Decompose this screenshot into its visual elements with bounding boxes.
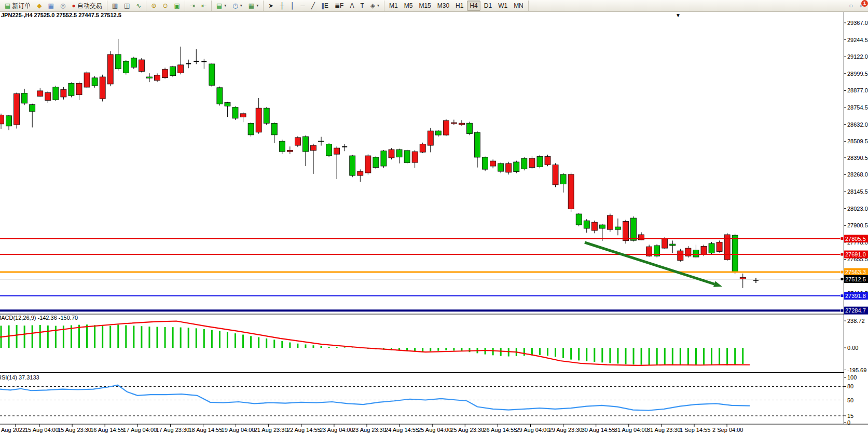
candle-body (240, 114, 246, 117)
text-icon: A (350, 2, 354, 9)
line-chart-button[interactable]: ∿ (133, 1, 144, 10)
rsi-line (0, 385, 750, 411)
candle-body (350, 156, 355, 175)
trade-button-group: ▤新订单◆▦◎●自动交易 (0, 1, 107, 11)
candle-body (326, 144, 332, 156)
candles-chart-button[interactable]: ◫ (121, 1, 132, 10)
vline-button[interactable]: │ (288, 1, 297, 10)
indicators-button[interactable]: ▤▾ (214, 1, 229, 11)
channel-icon: ∥E (321, 2, 328, 9)
time-axis-label: 22 Aug 14:55 (287, 427, 321, 433)
candle-body (490, 161, 496, 166)
timeframe-button-d1[interactable]: D1 (481, 1, 494, 11)
price-badge-pointer (841, 237, 844, 240)
price-badge-label: 27563.3 (845, 269, 866, 275)
autotrading-icon: ● (72, 2, 75, 9)
candle-body (389, 150, 394, 158)
fibonacci-icon: ≣F (335, 2, 343, 9)
hline-button[interactable]: ─ (298, 1, 308, 10)
timeframe-button-m1[interactable]: M1 (387, 1, 401, 11)
cursor-button[interactable]: ➤ (266, 1, 276, 10)
navigator-button[interactable]: ◎ (58, 1, 68, 10)
market-watch-button[interactable]: ◆ (34, 1, 44, 10)
new-order-button[interactable]: ▤新订单 (2, 1, 33, 11)
shapes-icon: ◈ (370, 2, 375, 9)
candle-body (92, 78, 98, 86)
price-axis-label: 29367.0 (847, 20, 868, 26)
label-icon: T (360, 2, 364, 9)
timeframe-group: M1M5M15M30H1H4D1W1MN (384, 1, 529, 11)
navigator-icon: ◎ (60, 2, 65, 9)
text-button[interactable]: A (347, 1, 356, 10)
autotrading-button[interactable]: ●自动交易 (69, 1, 104, 11)
time-axis-label: Aug 2022 (1, 427, 25, 433)
label-button[interactable]: T (357, 1, 366, 10)
candle-body (404, 151, 410, 162)
timeframe-button-h1[interactable]: H1 (453, 1, 466, 11)
zoom-group: ⊕⊖▣ (146, 1, 185, 11)
chat-button[interactable]: ◗1 (857, 1, 865, 11)
chart-shift-button[interactable]: ⇤ (199, 1, 209, 10)
timeframe-button-m15[interactable]: M15 (416, 1, 433, 11)
candle-body (14, 93, 20, 125)
autoscroll-button[interactable]: ⇥ (187, 1, 198, 10)
cursor-icon: ➤ (268, 2, 273, 9)
timeframe-button-mn[interactable]: MN (511, 1, 526, 11)
time-axis-label: 29 Aug 23:30 (549, 427, 583, 433)
trendline-button[interactable]: ╱ (309, 1, 318, 10)
templates-button[interactable]: ▦▾ (246, 1, 261, 11)
price-badge-label: 27512.5 (845, 276, 866, 282)
tile-windows-button[interactable]: ▣ (172, 1, 183, 10)
price-axis-label: 28509.5 (847, 138, 868, 144)
rsi-axis-label: 100 (847, 374, 857, 381)
price-axis-label: 28999.5 (847, 71, 868, 77)
candle-body (22, 93, 27, 103)
time-axis-label: 29 Aug 04:00 (516, 427, 550, 433)
candle-body (68, 83, 74, 96)
zoom-in-button[interactable]: ⊕ (148, 1, 159, 10)
scroll-position-marker[interactable]: ▼ (676, 12, 681, 18)
candle-body (45, 92, 51, 100)
macd-axis-label: 0.00 (847, 345, 858, 351)
data-window-button[interactable]: ▦ (46, 1, 57, 10)
candle-body (100, 77, 105, 99)
candle-body (435, 131, 441, 135)
time-axis-label: 25 Aug 23:30 (450, 427, 484, 433)
candle-body (279, 141, 285, 152)
notification-badge: 1 (861, 0, 868, 7)
autotrading-button-label: 自动交易 (77, 2, 102, 10)
candle-body (459, 123, 464, 125)
rsi-axis-label: 80 (847, 383, 853, 389)
zoom-out-button[interactable]: ⊖ (160, 1, 170, 10)
time-axis-label: 18 Aug 14:55 (189, 427, 223, 433)
bars-chart-icon: ▥ (112, 2, 118, 9)
price-axis-label: 27900.5 (847, 222, 868, 228)
timeframe-button-h4[interactable]: H4 (467, 1, 480, 11)
crosshair-icon: ┼ (280, 2, 284, 9)
trend-arrow-head[interactable] (713, 281, 722, 287)
macd-signal-line (0, 321, 750, 365)
shapes-button[interactable]: ◈▾ (368, 1, 382, 11)
candle-body (0, 115, 4, 124)
timeframe-button-m5[interactable]: M5 (402, 1, 416, 11)
timeframe-button-m30[interactable]: M30 (435, 1, 452, 11)
timeframe-button-w1[interactable]: W1 (495, 1, 510, 11)
fibonacci-button[interactable]: ≣F (332, 1, 346, 10)
zoom-out-icon: ⊖ (162, 2, 168, 9)
bars-chart-button[interactable]: ▥ (109, 1, 120, 10)
time-axis-label: 16 Aug 14:55 (90, 427, 124, 433)
price-badge-pointer (841, 253, 844, 256)
search-button[interactable]: ○ (847, 1, 856, 10)
crosshair-button[interactable]: ┼ (277, 1, 287, 10)
candle-body (311, 145, 316, 151)
toolbar-right-group: ○◗1 (846, 0, 866, 11)
candle-body (670, 244, 676, 246)
candle-body (264, 108, 269, 123)
periods-button[interactable]: ◷▾ (230, 1, 245, 11)
candlestick-chart-canvas[interactable]: 238.720.00-195.69MACD(12,26,9) -142.36 -… (0, 0, 868, 434)
price-axis-label: 28268.0 (847, 171, 868, 178)
time-axis-label: 19 Aug 04:00 (222, 427, 255, 433)
channel-button[interactable]: ∥E (319, 1, 331, 10)
trendline-icon: ╱ (311, 2, 315, 9)
chart-area[interactable]: 238.720.00-195.69MACD(12,26,9) -142.36 -… (0, 0, 868, 434)
